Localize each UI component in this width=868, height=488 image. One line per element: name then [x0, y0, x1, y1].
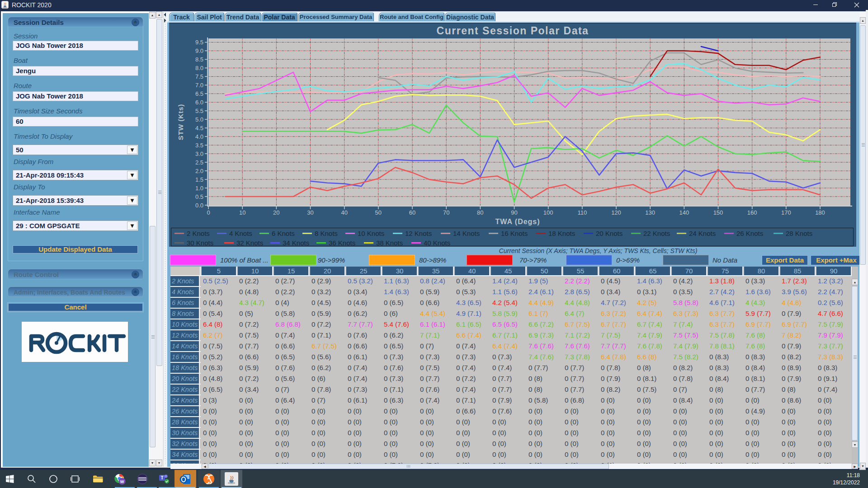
svg-text:9.5: 9.5 — [195, 39, 203, 46]
svg-text:40: 40 — [341, 209, 347, 216]
svg-text:7.5: 7.5 — [195, 73, 203, 80]
svg-text:110: 110 — [577, 209, 587, 216]
svg-text:W: W — [120, 479, 124, 484]
svg-text:160: 160 — [747, 209, 757, 216]
svg-text:90: 90 — [511, 209, 517, 216]
svg-text:5.5: 5.5 — [195, 108, 203, 114]
svg-text:7.0: 7.0 — [195, 82, 203, 89]
svg-text:170: 170 — [781, 209, 791, 216]
svg-text:1.0: 1.0 — [195, 185, 203, 192]
svg-text:2.0: 2.0 — [195, 168, 203, 174]
svg-text:30: 30 — [307, 209, 313, 216]
svg-text:0.5: 0.5 — [195, 193, 203, 200]
svg-text:70: 70 — [443, 209, 449, 216]
svg-text:1.5: 1.5 — [195, 176, 203, 183]
svg-text:100: 100 — [543, 209, 553, 216]
svg-text:150: 150 — [713, 209, 723, 216]
svg-text:10: 10 — [239, 209, 245, 216]
svg-text:180: 180 — [815, 209, 825, 216]
svg-text:20: 20 — [273, 209, 279, 216]
svg-text:TWA (Degs): TWA (Degs) — [495, 218, 540, 225]
svg-text:2.5: 2.5 — [195, 159, 203, 166]
svg-text:5.0: 5.0 — [195, 116, 203, 123]
svg-text:3.5: 3.5 — [195, 142, 203, 149]
svg-text:T: T — [160, 475, 163, 480]
svg-text:140: 140 — [679, 209, 689, 216]
svg-text:6.5: 6.5 — [195, 90, 203, 97]
svg-text:0: 0 — [207, 209, 210, 216]
svg-text:8.5: 8.5 — [195, 56, 203, 63]
svg-text:STW (Kts): STW (Kts) — [177, 104, 184, 141]
svg-text:50: 50 — [375, 209, 382, 216]
svg-text:60: 60 — [409, 209, 415, 216]
svg-text:3.0: 3.0 — [195, 150, 203, 157]
svg-text:4.0: 4.0 — [195, 133, 203, 140]
svg-text:120: 120 — [611, 209, 621, 216]
svg-text:4.5: 4.5 — [195, 125, 203, 131]
svg-text:130: 130 — [645, 209, 655, 216]
svg-text:80: 80 — [477, 209, 483, 216]
svg-text:0.0: 0.0 — [195, 202, 203, 209]
svg-text:8.0: 8.0 — [195, 65, 203, 71]
svg-text:6.0: 6.0 — [195, 99, 203, 106]
svg-text:9.0: 9.0 — [195, 47, 203, 54]
